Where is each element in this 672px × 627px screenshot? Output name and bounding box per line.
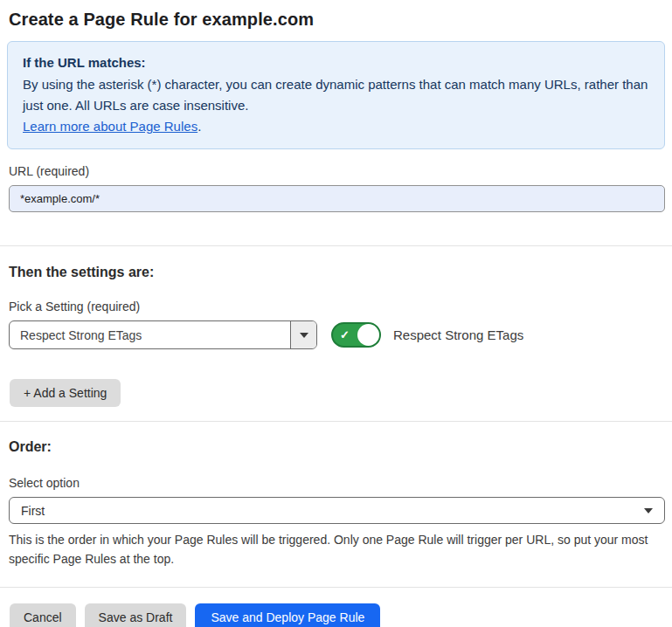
- chevron-down-icon: [300, 333, 308, 338]
- settings-section-heading: Then the settings are:: [9, 265, 663, 280]
- url-matches-info-box: If the URL matches: By using the asteris…: [7, 41, 665, 149]
- url-input[interactable]: [9, 185, 665, 212]
- divider: [0, 587, 672, 588]
- setting-row: Respect Strong ETags ✓ Respect Strong ET…: [9, 320, 663, 349]
- toggle-knob: [357, 324, 379, 346]
- order-section-heading: Order:: [9, 439, 663, 455]
- info-box-link-line: Learn more about Page Rules.: [23, 116, 649, 137]
- setting-dropdown[interactable]: Respect Strong ETags: [9, 320, 317, 349]
- url-field-label: URL (required): [9, 164, 663, 178]
- save-and-deploy-button[interactable]: Save and Deploy Page Rule: [195, 603, 380, 627]
- order-help-text: This is the order in which your Page Rul…: [9, 530, 660, 568]
- link-suffix: .: [197, 119, 201, 134]
- divider: [0, 421, 672, 422]
- info-box-heading: If the URL matches:: [23, 52, 649, 73]
- divider: [0, 245, 672, 246]
- chevron-down-icon: [644, 508, 653, 513]
- order-select[interactable]: First: [9, 497, 665, 524]
- footer-actions: Cancel Save as Draft Save and Deploy Pag…: [10, 603, 663, 627]
- cancel-button[interactable]: Cancel: [10, 603, 76, 627]
- learn-more-link[interactable]: Learn more about Page Rules: [23, 119, 197, 134]
- page-title: Create a Page Rule for example.com: [9, 10, 663, 30]
- order-select-label: Select option: [9, 476, 663, 490]
- check-icon: ✓: [340, 329, 350, 341]
- pick-setting-label: Pick a Setting (required): [9, 300, 663, 314]
- setting-dropdown-value: Respect Strong ETags: [10, 321, 290, 348]
- etags-toggle[interactable]: ✓: [331, 322, 381, 348]
- save-as-draft-button[interactable]: Save as Draft: [85, 603, 187, 627]
- order-select-value: First: [21, 504, 45, 518]
- add-setting-button[interactable]: + Add a Setting: [10, 379, 121, 407]
- info-box-body: By using the asterisk (*) character, you…: [23, 74, 649, 116]
- setting-dropdown-arrow-button[interactable]: [290, 321, 316, 348]
- toggle-label: Respect Strong ETags: [393, 327, 523, 342]
